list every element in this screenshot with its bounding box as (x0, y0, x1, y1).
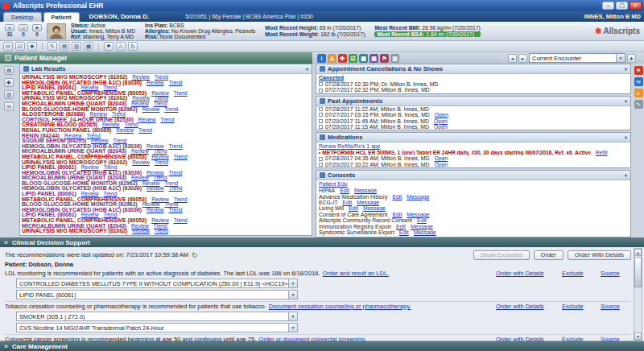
edit-link[interactable]: Edit (349, 205, 358, 211)
info-icon[interactable]: i (317, 54, 326, 63)
trend-link[interactable]: Trend (160, 117, 174, 122)
recommendation-action-link[interactable]: Order and result an LDL. (323, 270, 390, 277)
consents-header[interactable]: Consents ▾ (316, 171, 630, 180)
scroll-up-icon[interactable]: ▲ (634, 249, 642, 256)
trend-link[interactable]: Trend (155, 74, 168, 80)
edit-link[interactable]: Edit (340, 188, 349, 193)
diagnosis-dropdown[interactable]: SMOKER (305.1 | Z72.0) ▼ (16, 312, 298, 321)
trend-link[interactable]: Trend (169, 143, 183, 149)
trend-link[interactable]: Trend (155, 159, 168, 165)
message-link[interactable]: Message (363, 205, 386, 211)
notification-counter[interactable]: ⚑ 0 (31, 24, 43, 38)
calculator-icon[interactable]: ▦ (84, 42, 93, 51)
trend-link[interactable]: Trend (155, 228, 168, 233)
edit-link[interactable]: Edit (392, 212, 402, 217)
edit-link[interactable]: Edit (342, 200, 352, 205)
open-link[interactable]: Open (434, 124, 448, 130)
show-excluded-button[interactable]: Show Excluded (473, 250, 530, 260)
collapse-caret-icon[interactable]: ▾ (306, 66, 308, 72)
scrollbar-thumb[interactable] (634, 257, 642, 287)
source-link[interactable]: Source (601, 303, 631, 310)
refill-link[interactable]: Refill (596, 150, 608, 155)
message-link[interactable]: Message (414, 229, 436, 235)
lab-results-header[interactable]: Lab Results ▾ (20, 64, 312, 74)
row-checkbox[interactable] (319, 89, 323, 93)
message-link[interactable]: Message (357, 200, 379, 205)
collapse-caret-icon[interactable]: ▾ (625, 98, 627, 104)
orders-icon[interactable]: ✚ (4, 78, 14, 87)
recommendation-action-link[interactable]: Document cessation counseling or pharmac… (269, 303, 411, 310)
order-dropdown[interactable]: LIPID PANEL (80061) ▼ (16, 290, 298, 299)
documents-icon[interactable]: ▥ (4, 90, 14, 99)
edit-link[interactable]: Edit (396, 224, 406, 229)
trend-link[interactable]: Trend (169, 185, 183, 191)
collapse-caret-icon[interactable]: ▾ (625, 172, 627, 178)
refresh-icon[interactable]: ↻ (128, 42, 138, 51)
patient-edu-link[interactable]: Patient Edu (319, 181, 348, 187)
row-checkbox[interactable] (319, 119, 323, 123)
row-checkbox[interactable] (319, 113, 323, 117)
order-with-details-button[interactable]: Order With Details (568, 250, 631, 260)
calculator-icon[interactable]: ▦ (359, 54, 368, 63)
collapse-caret-icon[interactable]: ▾ (625, 66, 627, 72)
open-link[interactable]: Open (434, 118, 448, 124)
trend-link[interactable]: Trend (164, 106, 178, 112)
notification-counter[interactable]: ☑ 0 (18, 24, 29, 38)
documents-icon[interactable]: ▥ (72, 42, 81, 51)
new-encounter-icon[interactable]: ✚ (627, 54, 636, 63)
exclude-link[interactable]: Exclude (562, 303, 601, 310)
chart-review-icon[interactable]: ▤ (4, 66, 14, 75)
edit-link[interactable]: Edit (417, 217, 427, 223)
row-checkbox[interactable] (319, 107, 323, 111)
order-button[interactable]: Order (534, 250, 564, 260)
trend-link[interactable]: Trend (174, 217, 188, 223)
notes-icon[interactable]: ✎ (47, 42, 57, 51)
open-link[interactable]: Open (434, 155, 448, 161)
trend-link[interactable]: Trend (169, 207, 183, 213)
review-link[interactable]: Review (151, 154, 169, 159)
flag-icon[interactable]: ⚑ (104, 42, 114, 51)
care-management-section-header[interactable]: » Care Management (0, 341, 644, 351)
open-link[interactable]: Open (435, 112, 448, 118)
mail-icon[interactable]: ✉ (3, 42, 13, 51)
note-icon[interactable]: ✎ (634, 100, 643, 109)
minimize-button[interactable]: – (602, 2, 614, 10)
message-icon[interactable]: ✉ (634, 77, 643, 86)
row-checkbox[interactable] (319, 125, 323, 129)
review-link[interactable]: Review (132, 159, 150, 165)
source-link[interactable]: Source (601, 270, 631, 277)
tab-desktop[interactable]: Desktop (3, 12, 42, 22)
document-icon[interactable]: ▥ (390, 54, 399, 63)
chart-icon[interactable]: ▤ (60, 42, 69, 51)
growth-chart-icon[interactable]: ▤ (369, 54, 378, 63)
next-encounter-icon[interactable]: ► (518, 54, 527, 63)
messages-icon[interactable]: ✉ (4, 102, 14, 111)
renew-refills-link[interactable]: Renew Refills/Rx's 1 app (319, 143, 380, 149)
past-appointments-header[interactable]: Past Appointments ▾ (316, 97, 630, 106)
maximize-button[interactable]: ▢ (616, 2, 628, 10)
trend-link[interactable]: Trend (154, 101, 167, 106)
warning-icon[interactable]: ⚠ (116, 42, 126, 51)
row-checkbox[interactable] (319, 82, 323, 86)
scroll-down-icon[interactable]: ▼ (634, 332, 642, 340)
expand-chevrons-icon[interactable]: » (4, 238, 8, 246)
previous-encounter-icon[interactable]: ◄ (508, 54, 517, 63)
dropdown-caret-icon[interactable]: ▼ (288, 312, 297, 320)
order-with-details-link[interactable]: Order with Details (496, 303, 562, 310)
edit-link[interactable]: Edit (399, 229, 409, 235)
alert-icon[interactable]: ⚠ (634, 89, 643, 97)
open-link[interactable]: Open (434, 162, 448, 167)
review-link[interactable]: Review (142, 106, 160, 112)
review-link[interactable]: Review (138, 117, 156, 122)
medications-header[interactable]: Medications ▾ (316, 133, 630, 142)
message-link[interactable]: Message (407, 194, 429, 200)
review-link[interactable]: Review (116, 127, 134, 133)
canceled-group-label[interactable]: Canceled (316, 74, 630, 81)
meds-icon[interactable]: ✚ (338, 54, 347, 63)
review-link[interactable]: Review (147, 80, 164, 85)
orders-icon[interactable]: ✚ (27, 42, 37, 51)
tasks-icon[interactable]: ☑ (15, 42, 25, 51)
trend-link[interactable]: Trend (169, 80, 183, 85)
dropdown-caret-icon[interactable]: ▼ (288, 324, 297, 332)
flag-icon[interactable]: ⚑ (380, 54, 389, 63)
